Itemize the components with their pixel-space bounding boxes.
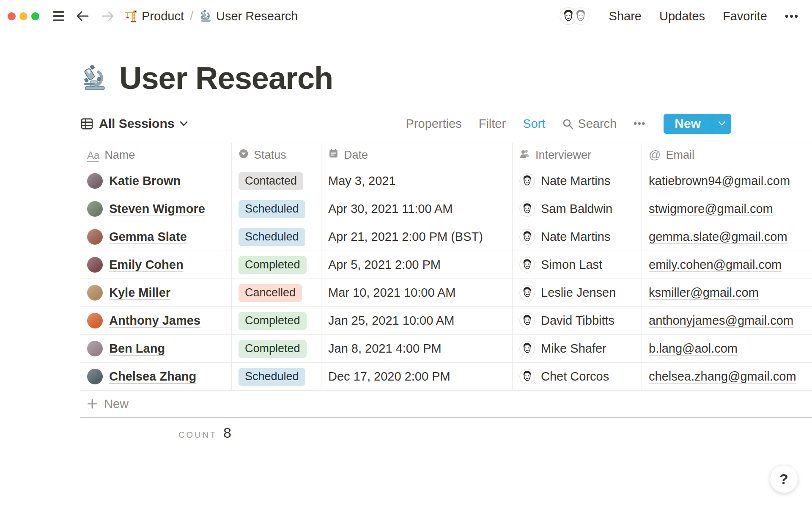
name-cell[interactable]: Katie Brown bbox=[80, 167, 232, 195]
close-window-button[interactable] bbox=[8, 12, 16, 20]
date-cell[interactable]: Jan 25, 2021 10:00 AM bbox=[321, 307, 513, 335]
view-more-options-icon[interactable]: ••• bbox=[634, 118, 646, 129]
avatar bbox=[87, 201, 103, 217]
status-cell[interactable]: Cancelled bbox=[232, 279, 321, 307]
status-cell[interactable]: Scheduled bbox=[232, 195, 321, 223]
view-switcher[interactable]: All Sessions bbox=[80, 116, 188, 131]
new-record-button[interactable]: New bbox=[664, 114, 731, 134]
email-cell[interactable]: gemma.slate@gmail.com bbox=[642, 223, 812, 251]
date-cell[interactable]: May 3, 2021 bbox=[321, 167, 513, 195]
topbar-actions: Share Updates Favorite ••• bbox=[560, 7, 799, 25]
add-row-button[interactable]: New bbox=[80, 391, 812, 418]
filter-button[interactable]: Filter bbox=[479, 117, 506, 131]
email-link[interactable]: chelsea.zhang@gmail.com bbox=[649, 370, 796, 384]
name-cell[interactable]: Gemma Slate bbox=[80, 223, 232, 251]
breadcrumb-item-product[interactable]: Product bbox=[124, 9, 184, 23]
interviewer-cell[interactable]: Mike Shafer bbox=[513, 335, 642, 363]
email-link[interactable]: anthonyjames@gmail.com bbox=[649, 314, 793, 328]
interviewer-cell[interactable]: Nate Martins bbox=[513, 223, 642, 251]
email-link[interactable]: ksmiller@gmail.com bbox=[649, 286, 759, 300]
date-cell[interactable]: Apr 30, 2021 11:00 AM bbox=[321, 195, 513, 223]
name-cell[interactable]: Kyle Miller bbox=[80, 279, 232, 307]
name-cell[interactable]: Ben Lang bbox=[80, 335, 232, 363]
status-cell[interactable]: Completed bbox=[232, 307, 321, 335]
collaborator-avatars[interactable] bbox=[560, 7, 590, 25]
status-cell[interactable]: Contacted bbox=[232, 167, 321, 195]
name-cell[interactable]: Steven Wigmore bbox=[80, 195, 232, 223]
person-name-link[interactable]: Anthony James bbox=[109, 314, 200, 328]
email-cell[interactable]: katiebrown94@gmail.com bbox=[642, 167, 812, 195]
microscope-icon[interactable] bbox=[80, 65, 107, 92]
person-name-link[interactable]: Steven Wigmore bbox=[109, 202, 205, 216]
person-name-link[interactable]: Ben Lang bbox=[109, 342, 165, 356]
email-link[interactable]: gemma.slate@gmail.com bbox=[649, 230, 787, 244]
column-header-status[interactable]: Status bbox=[232, 143, 321, 167]
status-cell[interactable]: Completed bbox=[232, 335, 321, 363]
email-cell[interactable]: emily.cohen@gmail.com bbox=[642, 251, 812, 279]
updates-button[interactable]: Updates bbox=[659, 9, 705, 23]
email-link[interactable]: stwigmore@gmail.com bbox=[649, 202, 773, 216]
new-button-dropdown[interactable] bbox=[712, 114, 731, 134]
chevron-down-icon bbox=[180, 121, 188, 127]
email-link[interactable]: b.lang@aol.com bbox=[649, 342, 738, 356]
interviewer-cell[interactable]: Nate Martins bbox=[513, 167, 642, 195]
interviewer-cell[interactable]: David Tibbitts bbox=[513, 307, 642, 335]
column-header-date[interactable]: Date bbox=[321, 143, 513, 167]
interviewer-cell[interactable]: Leslie Jensen bbox=[513, 279, 642, 307]
person-name-link[interactable]: Chelsea Zhang bbox=[109, 370, 196, 384]
email-cell[interactable]: b.lang@aol.com bbox=[642, 335, 812, 363]
status-badge: Contacted bbox=[239, 172, 303, 190]
status-cell[interactable]: Scheduled bbox=[232, 363, 321, 391]
date-cell[interactable]: Apr 21, 2021 2:00 PM (BST) bbox=[321, 223, 513, 251]
email-cell[interactable]: anthonyjames@gmail.com bbox=[642, 307, 812, 335]
search-button[interactable]: Search bbox=[562, 117, 617, 131]
forward-button[interactable] bbox=[101, 10, 115, 22]
email-link[interactable]: emily.cohen@gmail.com bbox=[649, 258, 782, 272]
person-name-link[interactable]: Gemma Slate bbox=[109, 230, 187, 244]
sidebar-menu-icon[interactable] bbox=[53, 11, 64, 21]
email-cell[interactable]: chelsea.zhang@gmail.com bbox=[642, 363, 812, 391]
person-name-link[interactable]: Emily Cohen bbox=[109, 258, 184, 272]
breadcrumb-item-user-research[interactable]: User Research bbox=[199, 9, 298, 23]
count-label[interactable]: COUNT bbox=[178, 430, 217, 440]
favorite-button[interactable]: Favorite bbox=[723, 9, 767, 23]
text-property-icon: Aa bbox=[87, 149, 99, 162]
column-header-email[interactable]: @ Email bbox=[642, 143, 812, 167]
sort-button[interactable]: Sort bbox=[523, 117, 545, 131]
interviewer-cell[interactable]: Sam Baldwin bbox=[513, 195, 642, 223]
name-cell[interactable]: Emily Cohen bbox=[80, 251, 232, 279]
column-header-interviewer[interactable]: Interviewer bbox=[513, 143, 642, 167]
share-button[interactable]: Share bbox=[609, 9, 642, 23]
new-button-label[interactable]: New bbox=[664, 114, 712, 134]
help-button[interactable]: ? bbox=[770, 465, 798, 493]
date-cell[interactable]: Dec 17, 2020 2:00 PM bbox=[321, 363, 513, 391]
date-cell[interactable]: Apr 5, 2021 2:00 PM bbox=[321, 251, 513, 279]
status-cell[interactable]: Completed bbox=[232, 251, 321, 279]
email-cell[interactable]: stwigmore@gmail.com bbox=[642, 195, 812, 223]
database-view-bar: All Sessions Properties Filter Sort Sear… bbox=[80, 113, 731, 134]
minimize-window-button[interactable] bbox=[19, 12, 27, 20]
status-badge: Scheduled bbox=[239, 228, 305, 246]
name-cell[interactable]: Anthony James bbox=[80, 307, 232, 335]
date-cell[interactable]: Jan 8, 2021 4:00 PM bbox=[321, 335, 513, 363]
zoom-window-button[interactable] bbox=[31, 12, 39, 20]
database-table: Aa Name Status Date Interviewer @ Email … bbox=[80, 143, 812, 441]
person-name-link[interactable]: Katie Brown bbox=[109, 174, 181, 188]
more-options-icon[interactable]: ••• bbox=[785, 10, 799, 22]
status-cell[interactable]: Scheduled bbox=[232, 223, 321, 251]
properties-button[interactable]: Properties bbox=[406, 117, 462, 131]
select-property-icon bbox=[239, 149, 249, 159]
email-cell[interactable]: ksmiller@gmail.com bbox=[642, 279, 812, 307]
email-link[interactable]: katiebrown94@gmail.com bbox=[649, 174, 790, 188]
page-title[interactable]: User Research bbox=[119, 60, 333, 96]
interviewer-cell[interactable]: Simon Last bbox=[513, 251, 642, 279]
column-header-name[interactable]: Aa Name bbox=[80, 143, 232, 167]
back-button[interactable] bbox=[75, 10, 90, 22]
avatar bbox=[87, 229, 103, 245]
date-cell[interactable]: Mar 10, 2021 10:00 AM bbox=[321, 279, 513, 307]
person-name-link[interactable]: Kyle Miller bbox=[109, 286, 170, 300]
table-row: Gemma Slate Scheduled Apr 21, 2021 2:00 … bbox=[80, 223, 812, 251]
name-cell[interactable]: Chelsea Zhang bbox=[80, 363, 232, 391]
interviewer-avatar bbox=[519, 201, 535, 217]
interviewer-cell[interactable]: Chet Corcos bbox=[513, 363, 642, 391]
